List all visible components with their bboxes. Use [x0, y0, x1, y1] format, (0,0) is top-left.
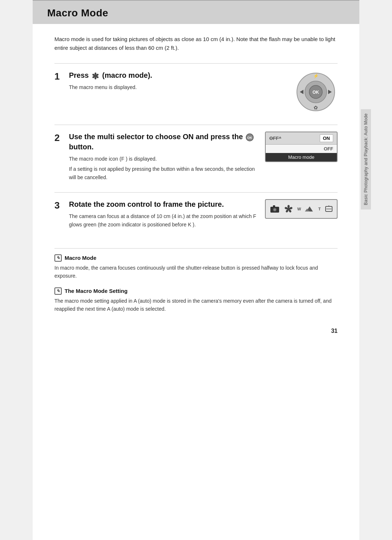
step-2-image: OFF⁺ ON OFF Macro mode	[265, 132, 338, 162]
macro-on-label: ON	[320, 134, 334, 142]
ok-button-diagram: OK ⚡ ✿	[294, 70, 338, 114]
zoom-icons-row: W T	[269, 204, 334, 214]
step-2-heading: Use the multi selector to choose ON and …	[69, 132, 258, 152]
step-2-number: 2	[54, 132, 69, 144]
svg-text:✿: ✿	[314, 105, 318, 110]
note-2-heading: ✎ The Macro Mode Setting	[54, 287, 338, 295]
step-3: 3 Rotate the zoom control to frame the p…	[54, 192, 338, 230]
page: Macro Mode Basic Photography and Playbac…	[33, 0, 359, 540]
step-2-content: Use the multi selector to choose ON and …	[69, 132, 258, 181]
macro-menu-mid-row: OFF	[266, 145, 337, 153]
side-label: Basic Photography and Playback: Auto Mod…	[361, 109, 371, 209]
camera-icon	[270, 205, 280, 213]
svg-text:OK: OK	[247, 136, 252, 140]
step-1-content: Press (macro mode). The macro menu is di…	[69, 70, 287, 93]
step-2-desc: The macro mode icon (F ) is displayed.	[69, 155, 258, 163]
main-content: Macro mode is used for taking pictures o…	[33, 35, 359, 313]
step-3-content: Rotate the zoom control to frame the pic…	[69, 199, 258, 230]
note-1-text: In macro mode, the camera focuses contin…	[54, 264, 338, 280]
note-2-text: The macro mode setting applied in A (aut…	[54, 297, 338, 313]
macro-menu-ui: OFF⁺ ON OFF Macro mode	[265, 132, 338, 162]
macro-off-label: OFF⁺	[269, 136, 281, 141]
zoom-control-ui: W T	[265, 199, 338, 219]
step-3-number: 3	[54, 200, 69, 211]
step-3-desc: The camera can focus at a distance of 10…	[69, 212, 258, 229]
macro-menu-top-row: OFF⁺ ON	[266, 132, 337, 145]
pencil-icon-1: ✎	[54, 254, 62, 262]
page-title: Macro Mode	[47, 7, 345, 19]
svg-text:⚡: ⚡	[313, 73, 319, 78]
step-1-number: 1	[54, 71, 69, 82]
note-item-1: ✎ Macro Mode In macro mode, the camera f…	[54, 254, 338, 280]
zoom-macro-icon	[284, 204, 293, 214]
intro-text: Macro mode is used for taking pictures o…	[54, 35, 338, 52]
zoom-w-label: W	[297, 207, 301, 211]
zoom-tele-icon	[325, 205, 333, 213]
svg-rect-20	[273, 205, 275, 207]
step-1-desc: The macro menu is displayed.	[69, 83, 287, 91]
zoom-landscape-icon	[305, 205, 314, 213]
step-1-image: OK ⚡ ✿	[294, 70, 338, 114]
svg-point-4	[95, 77, 97, 79]
note-1-heading: ✎ Macro Mode	[54, 254, 338, 262]
note-item-2: ✎ The Macro Mode Setting The macro mode …	[54, 287, 338, 313]
page-number: 31	[33, 321, 359, 334]
step-3-heading: Rotate the zoom control to frame the pic…	[69, 199, 258, 209]
svg-point-19	[274, 209, 276, 211]
ok-circle-inline-icon: OK	[246, 133, 254, 141]
step-1: 1 Press (macro mode). The macro	[54, 63, 338, 114]
svg-point-22	[287, 205, 290, 208]
zoom-t-label: T	[318, 207, 321, 211]
step-2: 2 Use the multi selector to choose ON an…	[54, 125, 338, 181]
step-2-desc2: If a setting is not applied by pressing …	[69, 165, 258, 181]
macro-off-label2: OFF	[324, 146, 333, 152]
svg-point-1	[95, 72, 97, 75]
pencil-icon-2: ✎	[54, 287, 62, 295]
svg-text:OK: OK	[313, 90, 319, 95]
macro-label-row: Macro mode	[266, 153, 337, 161]
notes-section: ✎ Macro Mode In macro mode, the camera f…	[54, 248, 338, 313]
title-bar: Macro Mode	[33, 0, 359, 24]
step-3-image: W T	[265, 199, 338, 219]
macro-flower-icon	[91, 72, 99, 80]
step-1-heading: Press (macro mode).	[69, 70, 287, 80]
step-2-bold: ON	[183, 133, 193, 141]
